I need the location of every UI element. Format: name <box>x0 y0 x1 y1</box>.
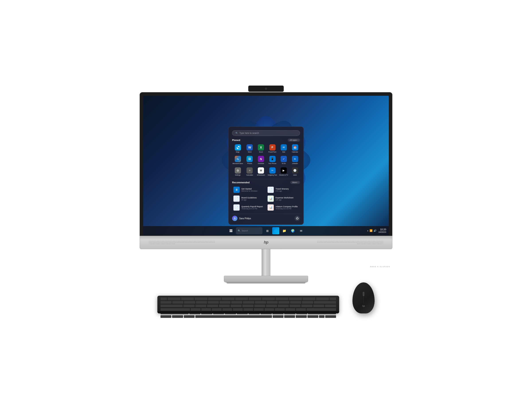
key-lctrl[interactable] <box>160 315 171 318</box>
app-photos[interactable]: 🖼 Photos <box>245 155 255 165</box>
key-6[interactable] <box>231 301 242 304</box>
rec-travel[interactable]: 📄 Travel Itinerary 17m ago <box>266 186 300 194</box>
key-del[interactable] <box>330 298 336 300</box>
taskbar-chrome[interactable]: 🌍 <box>289 227 296 234</box>
key-8[interactable] <box>255 301 266 304</box>
taskbar-clock[interactable]: 10:20 10/20/23 <box>378 228 386 234</box>
app-snipping[interactable]: ✂ Snipping Tool <box>267 166 278 177</box>
taskbar-wifi-icon[interactable]: 📶 <box>369 229 373 232</box>
taskbar-search-button[interactable]: 🔍 Search <box>236 227 262 234</box>
key-lalt[interactable] <box>184 315 195 318</box>
rec-payroll[interactable]: 📄 Quarterly Payroll Report Yesterday at … <box>232 203 266 211</box>
search-bar[interactable]: 🔍 Type here to search <box>232 130 300 136</box>
key-4[interactable] <box>208 301 219 304</box>
key-f4[interactable] <box>208 298 221 300</box>
key-e[interactable] <box>207 304 218 307</box>
app-calculator[interactable]: = Calculator <box>245 166 255 177</box>
app-mail[interactable]: ✉ Mail <box>279 143 289 154</box>
key-3[interactable] <box>196 301 207 304</box>
key-h[interactable] <box>243 308 253 311</box>
key-f12[interactable] <box>316 298 329 300</box>
key-lwin[interactable] <box>172 315 183 318</box>
key-quote[interactable] <box>296 308 306 311</box>
key-fn[interactable] <box>284 315 295 318</box>
key-a[interactable] <box>191 308 200 311</box>
taskbar-sound-icon[interactable]: 🔊 <box>374 229 377 232</box>
key-backspace[interactable] <box>314 301 336 304</box>
app-edge[interactable]: Edge <box>232 143 243 154</box>
app-movies[interactable]: ▶ Movies & TV <box>279 166 289 177</box>
taskbar-taskview[interactable]: ⊞ <box>264 227 271 234</box>
rec-brand[interactable]: 📄 Brand Guidelines 2h ago <box>232 195 266 203</box>
key-9[interactable] <box>267 301 278 304</box>
key-w[interactable] <box>195 304 206 307</box>
app-todo[interactable]: ✓ To Do <box>279 155 289 165</box>
key-f7[interactable] <box>249 298 262 300</box>
mouse-scroll-wheel[interactable] <box>363 292 364 296</box>
app-word[interactable]: W Word <box>245 143 255 154</box>
taskbar-edge[interactable]: 🌐 <box>272 227 279 234</box>
key-semicolon[interactable] <box>285 308 295 311</box>
key-up-down[interactable] <box>319 315 324 318</box>
app-store[interactable]: 🛍 Microsoft Store <box>232 155 243 165</box>
key-f2[interactable] <box>181 298 194 300</box>
key-j[interactable] <box>254 308 264 311</box>
key-7[interactable] <box>243 301 254 304</box>
app-settings[interactable]: ⚙ Settings <box>232 166 243 177</box>
key-t[interactable] <box>231 304 242 307</box>
key-d[interactable] <box>212 308 222 311</box>
key-esc[interactable] <box>160 298 167 300</box>
key-k[interactable] <box>265 308 274 311</box>
user-info[interactable]: S Sara Philips <box>232 216 251 221</box>
key-0[interactable] <box>279 301 290 304</box>
key-f1[interactable] <box>168 298 180 300</box>
app-excel[interactable]: X Excel <box>256 143 266 154</box>
keyboard[interactable] <box>157 296 339 313</box>
key-f3[interactable] <box>195 298 208 300</box>
app-linkedin[interactable]: in LinkedIn <box>290 155 300 165</box>
all-apps-button[interactable]: All Apps › <box>288 139 300 142</box>
key-f[interactable] <box>222 308 232 311</box>
key-space[interactable] <box>195 315 272 318</box>
app-phone[interactable]: 📱 Your Phone <box>267 155 278 165</box>
taskbar-mail[interactable]: ✉ <box>298 227 304 234</box>
taskbar-up-arrow[interactable]: ∧ <box>367 230 369 232</box>
key-rbracket[interactable] <box>313 304 324 307</box>
app-whiteboard[interactable]: W Whiteboard <box>256 166 266 177</box>
key-u[interactable] <box>254 304 265 307</box>
key-s[interactable] <box>201 308 211 311</box>
rec-expense[interactable]: 📊 Expense Worksheet 12h ago <box>266 195 300 203</box>
rec-adatum[interactable]: 📊 Adatum Company Profile Yesterday at 2:… <box>266 203 300 211</box>
key-f5[interactable] <box>222 298 234 300</box>
key-f11[interactable] <box>303 298 316 300</box>
key-5[interactable] <box>219 301 231 304</box>
key-g[interactable] <box>233 308 242 311</box>
key-p[interactable] <box>290 304 301 307</box>
more-button[interactable]: More › <box>290 181 300 184</box>
mouse[interactable]: hp <box>352 282 375 313</box>
taskbar-fileexplorer[interactable]: 📁 <box>281 227 288 234</box>
key-2[interactable] <box>184 301 195 304</box>
key-equals[interactable] <box>302 301 313 304</box>
key-backslash[interactable] <box>325 304 336 307</box>
key-o[interactable] <box>278 304 289 307</box>
key-f6[interactable] <box>235 298 248 300</box>
key-r[interactable] <box>219 304 230 307</box>
key-y[interactable] <box>242 304 253 307</box>
key-right[interactable] <box>325 315 336 318</box>
key-capslock[interactable] <box>160 308 190 311</box>
rec-get-started[interactable]: 🖥 Get Started Welcome to Windows <box>232 186 266 194</box>
key-enter[interactable] <box>307 308 336 311</box>
key-i[interactable] <box>266 304 277 307</box>
key-minus[interactable] <box>290 301 301 304</box>
key-left[interactable] <box>307 315 318 318</box>
key-backtick[interactable] <box>160 301 171 304</box>
app-calendar[interactable]: 📅 Calendar <box>290 143 300 154</box>
app-powerpoint[interactable]: P PowerPoint <box>267 143 278 154</box>
key-l[interactable] <box>275 308 285 311</box>
key-q[interactable] <box>183 304 194 307</box>
key-rctrl[interactable] <box>296 315 307 318</box>
key-ralt[interactable] <box>273 315 284 318</box>
key-f8[interactable] <box>262 298 275 300</box>
app-clock[interactable]: 🕐 clock <box>290 166 300 177</box>
